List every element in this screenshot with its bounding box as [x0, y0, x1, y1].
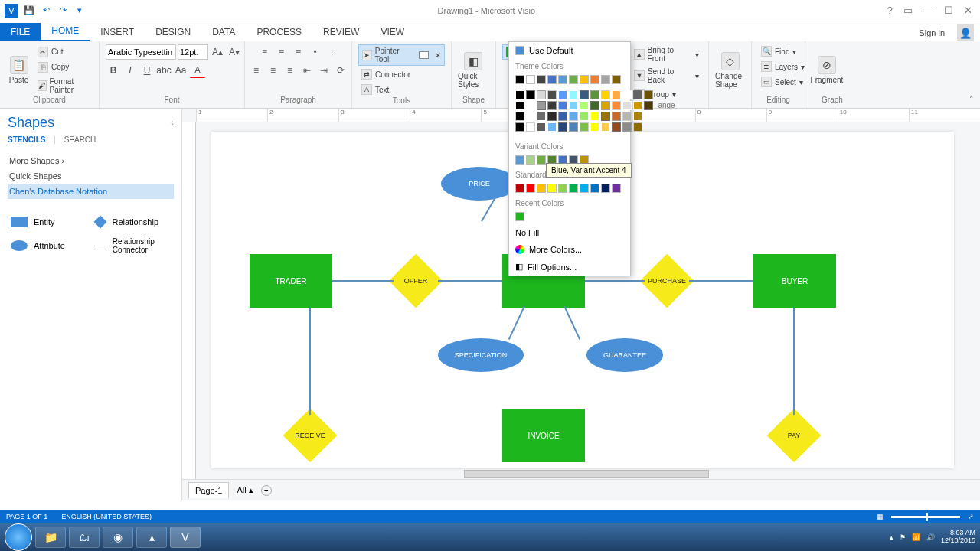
color-swatch[interactable]: [601, 112, 610, 121]
color-swatch[interactable]: [547, 184, 557, 193]
send-back-button[interactable]: ▼Send to Back ▾: [631, 66, 702, 86]
rel-pay[interactable]: PAY: [767, 409, 821, 462]
color-swatch[interactable]: [612, 90, 621, 99]
fit-page-icon[interactable]: ⤢: [968, 513, 974, 520]
align-right-button[interactable]: ≡: [283, 63, 298, 78]
color-swatch[interactable]: [515, 184, 524, 193]
color-swatch[interactable]: [580, 184, 589, 193]
color-swatch[interactable]: [537, 101, 546, 110]
stencils-tab[interactable]: STENCILS: [8, 135, 51, 144]
color-swatch[interactable]: [633, 90, 642, 99]
new-page-button[interactable]: +: [261, 485, 272, 496]
taskbar-chrome-icon[interactable]: ◉: [103, 527, 133, 548]
decrease-indent-button[interactable]: ⇤: [299, 63, 315, 78]
tab-view[interactable]: VIEW: [370, 23, 415, 41]
taskbar-folder-icon[interactable]: 🗂: [69, 527, 100, 548]
color-swatch[interactable]: [547, 101, 557, 110]
attr-guarantee[interactable]: GUARANTEE: [586, 338, 663, 372]
ribbon-toggle-icon[interactable]: ▭: [903, 5, 913, 16]
color-swatch[interactable]: [644, 90, 653, 99]
color-swatch[interactable]: [612, 101, 621, 110]
color-swatch[interactable]: [515, 122, 524, 132]
text-tool-button[interactable]: AText: [358, 83, 392, 96]
color-swatch[interactable]: [537, 122, 546, 132]
clock-date[interactable]: 12/10/2015: [941, 537, 975, 545]
sign-in-link[interactable]: Sign in: [913, 24, 951, 41]
color-swatch[interactable]: [644, 101, 653, 110]
tray-up-icon[interactable]: ▴: [890, 533, 893, 541]
color-swatch[interactable]: [569, 75, 578, 84]
color-swatch[interactable]: [537, 90, 546, 99]
color-swatch[interactable]: [580, 112, 589, 121]
more-shapes-link[interactable]: More Shapes ›: [8, 153, 174, 168]
use-default-fill[interactable]: Use Default: [509, 42, 630, 59]
color-swatch[interactable]: [590, 184, 599, 193]
tab-home[interactable]: HOME: [41, 21, 90, 41]
font-size-select[interactable]: [178, 44, 208, 60]
color-swatch[interactable]: [590, 101, 599, 110]
color-swatch[interactable]: [526, 75, 535, 84]
attribute-shape[interactable]: Attribute: [8, 233, 91, 259]
align-top-button[interactable]: ≡: [257, 44, 273, 60]
color-swatch[interactable]: [558, 75, 567, 84]
rel-offer[interactable]: OFFER: [389, 254, 443, 308]
color-swatch[interactable]: [569, 184, 578, 193]
color-swatch[interactable]: [558, 122, 567, 132]
color-swatch[interactable]: [547, 122, 557, 132]
tab-process[interactable]: PROCESS: [246, 23, 312, 41]
color-swatch[interactable]: [537, 112, 546, 121]
color-swatch[interactable]: [580, 90, 589, 99]
color-swatch[interactable]: [547, 90, 557, 99]
more-colors-button[interactable]: More Colors...: [509, 241, 630, 258]
align-center-button[interactable]: ≡: [266, 63, 281, 78]
collapse-ribbon-icon[interactable]: ˄: [969, 95, 974, 105]
fill-options-button[interactable]: ◧Fill Options...: [509, 258, 630, 276]
all-pages-dropdown[interactable]: All ▴: [237, 485, 253, 495]
font-family-select[interactable]: [106, 44, 176, 60]
color-swatch[interactable]: [612, 184, 621, 193]
increase-indent-button[interactable]: ⇥: [316, 63, 332, 78]
color-swatch[interactable]: [590, 90, 599, 99]
color-swatch[interactable]: [537, 155, 546, 165]
qat-dropdown-icon[interactable]: ▾: [74, 5, 86, 17]
entity-shape[interactable]: Entity: [8, 211, 91, 233]
tab-review[interactable]: REVIEW: [312, 23, 370, 41]
page-1-tab[interactable]: Page-1: [188, 482, 229, 498]
color-swatch[interactable]: [515, 101, 524, 110]
format-painter-button[interactable]: 🖌Format Painter: [34, 76, 93, 96]
color-swatch[interactable]: [590, 122, 599, 132]
taskbar-visio-icon[interactable]: V: [170, 527, 201, 548]
tab-data[interactable]: DATA: [201, 23, 246, 41]
color-swatch[interactable]: [622, 90, 632, 99]
color-swatch[interactable]: [601, 122, 610, 132]
color-swatch[interactable]: [515, 155, 524, 165]
cut-button[interactable]: ✂Cut: [34, 45, 93, 59]
attr-specification[interactable]: SPECIFICATION: [438, 338, 524, 372]
tray-network-icon[interactable]: 📶: [912, 533, 920, 541]
minimize-icon[interactable]: —: [923, 5, 933, 16]
color-swatch[interactable]: [526, 101, 535, 110]
quick-styles-button[interactable]: ◧Quick Styles: [458, 52, 488, 89]
color-swatch[interactable]: [569, 101, 578, 110]
color-swatch[interactable]: [547, 75, 557, 84]
underline-button[interactable]: U: [139, 63, 155, 78]
align-bottom-button[interactable]: ≡: [291, 44, 306, 60]
delete-x-icon[interactable]: ✕: [435, 51, 441, 60]
paste-button[interactable]: 📋Paste: [6, 56, 31, 84]
color-swatch[interactable]: [515, 212, 524, 221]
find-button[interactable]: 🔍Find ▾: [758, 44, 799, 58]
start-button[interactable]: [5, 523, 32, 551]
help-icon[interactable]: ?: [887, 5, 893, 16]
change-shape-button[interactable]: ◇Change Shape: [715, 52, 745, 89]
bullets-button[interactable]: •: [308, 44, 323, 60]
relationship-shape[interactable]: Relationship: [91, 211, 175, 233]
color-swatch[interactable]: [537, 184, 546, 193]
copy-button[interactable]: ⎘Copy: [34, 60, 93, 74]
color-swatch[interactable]: [601, 184, 610, 193]
color-swatch[interactable]: [569, 122, 578, 132]
color-swatch[interactable]: [526, 155, 535, 165]
strikethrough-button[interactable]: abc: [156, 63, 172, 78]
color-swatch[interactable]: [601, 101, 610, 110]
language-indicator[interactable]: ENGLISH (UNITED STATES): [61, 513, 152, 520]
color-swatch[interactable]: [558, 112, 567, 121]
